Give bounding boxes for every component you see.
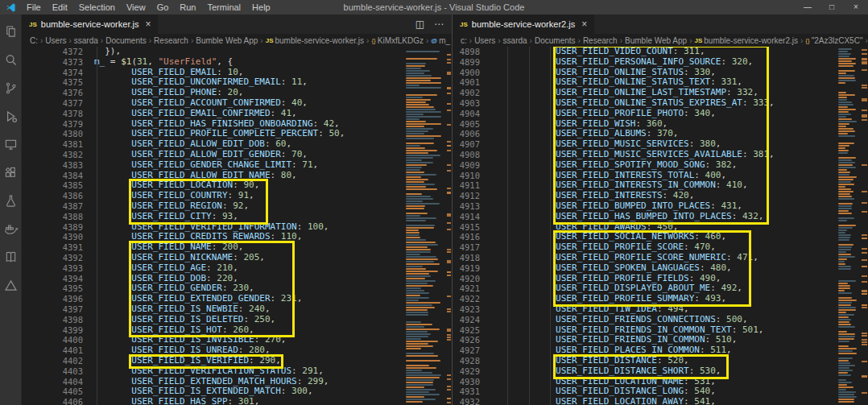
breadcrumb-item[interactable]: ssarda (74, 36, 98, 45)
overview-ruler-mark (862, 291, 867, 292)
menu-go[interactable]: Go (151, 0, 175, 14)
minimap-mark (838, 208, 852, 209)
menu-help[interactable]: Help (246, 0, 276, 14)
code-token: USER_FIELD_BUMPED_INTO_PLACES (556, 200, 710, 211)
live-preview-icon[interactable] (0, 271, 22, 300)
breadcrumb-item[interactable]: Research (154, 36, 188, 45)
code-token: , (297, 231, 303, 242)
code-token: , (710, 376, 716, 386)
overview-ruler-mark (862, 275, 867, 277)
tab-bumble-service-worker2[interactable]: JS bumble-service-worker2.js × (453, 14, 595, 34)
breadcrumb-item[interactable]: ssarda (503, 36, 527, 45)
overview-ruler-mark (447, 73, 451, 75)
overview-ruler-mark (447, 311, 451, 312)
source-control-icon[interactable] (0, 74, 22, 102)
breadcrumb-item[interactable]: C: (30, 36, 38, 45)
minimap-mark (406, 266, 423, 267)
breadcrumb-item[interactable]: Documents (535, 36, 576, 45)
code-token: : (710, 283, 721, 293)
window-minimize-button[interactable]: — (796, 0, 820, 14)
code-token: , (684, 355, 689, 366)
code-token: : (716, 314, 726, 324)
code-token: , (710, 108, 716, 118)
code-token: USER_FIELD_ALLOW_EDIT_NAME (131, 170, 270, 180)
menu-run[interactable]: Run (174, 0, 201, 14)
minimap-mark (406, 271, 438, 272)
code-token: 432 (742, 211, 758, 221)
minimap-mark (406, 249, 431, 250)
overview-ruler-mark (447, 386, 451, 387)
tab-close-icon[interactable]: × (581, 19, 587, 30)
code-editor[interactable]: 4898 USER_FIELD_VIDEO_COUNT: 311,4899 US… (453, 47, 868, 405)
tab-close-icon[interactable]: × (145, 19, 151, 30)
overview-ruler-mark (447, 249, 451, 250)
code-token: , (334, 118, 340, 129)
notebook-icon[interactable] (0, 243, 22, 271)
obj-symbol-icon: {} (805, 37, 809, 44)
tab-bumble-service-worker[interactable]: JS bumble-service-worker.js × (22, 14, 159, 34)
menu-terminal[interactable]: Terminal (202, 0, 247, 14)
breadcrumb-item[interactable]: {}"2Az3lzCX5C" (805, 36, 862, 45)
code-token: : (281, 149, 291, 159)
breadcrumb-item[interactable]: JSbumble-service-worker.js (266, 36, 364, 45)
code-token: , (710, 67, 716, 77)
breadcrumb-item[interactable]: @m_ (431, 36, 450, 45)
code-line[interactable]: 4406 USER_FIELD_HAS_SPP: 301, (22, 397, 452, 405)
minimap-mark (838, 58, 856, 60)
explorer-icon[interactable] (0, 18, 22, 46)
overview-ruler-mark (447, 262, 451, 263)
breadcrumb-label: m_ (439, 36, 450, 45)
menu-selection[interactable]: Selection (73, 0, 121, 14)
js-symbol-icon: JS (266, 37, 274, 44)
minimap-mark (406, 172, 424, 173)
breadcrumb-item[interactable]: Bumble Web App (625, 36, 687, 45)
overview-ruler-mark (862, 259, 867, 261)
code-line[interactable]: 4932 USER_FIELD_LOCATION_AWAY: 541, (453, 397, 868, 405)
breadcrumb-item[interactable]: {}KiMxfLKDGz (371, 36, 424, 45)
minimap-mark (406, 234, 420, 236)
window-close-button[interactable]: × (844, 0, 868, 14)
minimap[interactable] (404, 47, 446, 405)
extensions-icon[interactable] (0, 159, 22, 187)
menu-view[interactable]: View (121, 0, 151, 14)
breadcrumb-item[interactable]: JSbumble-service-worker2.js (694, 36, 798, 45)
menu-file[interactable]: File (21, 0, 47, 14)
indent-guide (550, 47, 551, 405)
code-token: : (271, 231, 281, 242)
breadcrumb-item[interactable]: Bumble Web App (196, 36, 258, 45)
breadcrumb-item[interactable]: c: (461, 36, 467, 45)
more-actions-button[interactable]: ⋯ (434, 19, 444, 30)
line-number: 4904 (453, 109, 486, 119)
editor-pane-right: JS bumble-service-worker2.js × c:›Users›… (453, 14, 868, 405)
code-line[interactable]: 4372 }), (22, 47, 452, 57)
code-editor[interactable]: 4372 }),4373m_ = $1(31, "UserField", {43… (22, 47, 452, 405)
minimap[interactable] (837, 47, 861, 405)
split-editor-button[interactable]: ◫ (415, 19, 424, 30)
code-token: USER_FIELD_SPOKEN_LANGUAGES (556, 262, 700, 273)
testing-icon[interactable] (0, 187, 22, 215)
minimap-mark (406, 285, 433, 287)
breadcrumb-item[interactable]: Users (45, 36, 66, 45)
code-token: : (663, 190, 673, 200)
run-debug-icon[interactable] (0, 102, 22, 130)
breadcrumb-item[interactable]: Research (583, 36, 618, 45)
minimap-mark (838, 396, 857, 398)
breadcrumb-item[interactable]: Users (474, 36, 495, 45)
minimap-mark (838, 109, 856, 110)
search-icon[interactable] (0, 46, 22, 74)
remote-explorer-icon[interactable] (0, 130, 22, 159)
menu-edit[interactable]: Edit (47, 0, 73, 14)
minimap-mark (838, 145, 849, 147)
code-token: USER_FIELD_DISPLAYED_ABOUT_ME (556, 283, 710, 293)
window-maximize-button[interactable]: □ (820, 0, 844, 14)
breadcrumb-item[interactable]: Documents (105, 36, 147, 45)
code-token: , (769, 97, 775, 108)
minimap-mark (406, 384, 433, 386)
title-bar[interactable]: FileEditSelectionViewGoRunTerminalHelp b… (0, 0, 868, 14)
minimap-mark (406, 394, 440, 395)
line-number: 4908 (453, 150, 486, 160)
breadcrumb-label: Research (583, 36, 618, 45)
code-token: 494 (668, 304, 684, 314)
docker-icon[interactable] (0, 215, 22, 243)
code-token: : (249, 355, 259, 366)
